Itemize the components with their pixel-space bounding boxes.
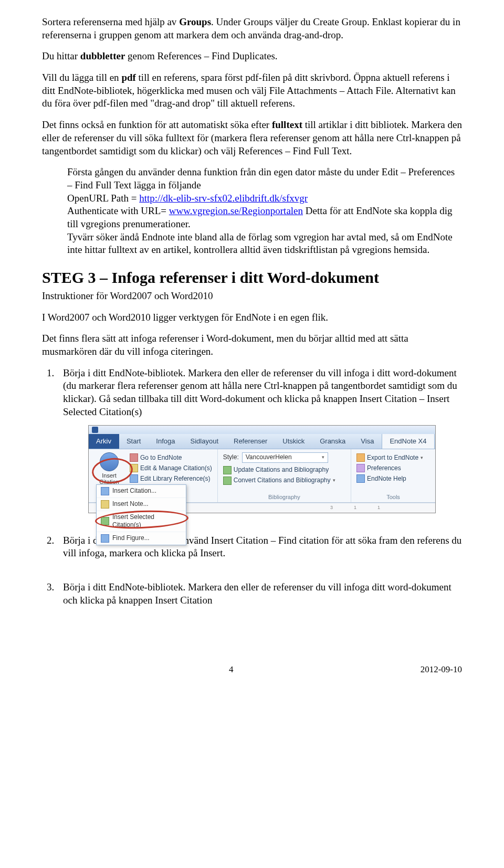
convert-citations[interactable]: Convert Citations and Bibliography ▾ xyxy=(223,475,345,486)
indent-block: Första gången du använder denna funktion… xyxy=(67,166,462,257)
paragraph-groups: Sortera referenserna med hjälp av Groups… xyxy=(42,16,462,41)
group-title-tools: Tools xyxy=(356,493,430,501)
insert-selected-icon xyxy=(101,517,109,525)
chevron-down-icon: ▾ xyxy=(333,478,335,484)
text: Du hittar xyxy=(42,50,80,61)
text: Det finns också en funktion för att auto… xyxy=(42,119,272,130)
indent-text-3: Authenticate with URL= www.vgregion.se/R… xyxy=(67,205,462,230)
text-bold: pdf xyxy=(121,72,135,83)
edit-icon xyxy=(130,464,138,472)
dd-insert-selected[interactable]: Insert Selected Citation(s) xyxy=(97,511,186,532)
word-icon xyxy=(92,427,98,433)
dd-find-figure[interactable]: Find Figure... xyxy=(97,532,186,545)
paragraph-insert-intro: Det finns flera sätt att infoga referens… xyxy=(42,332,462,358)
auth-url-link[interactable]: www.vgregion.se/Regionportalen xyxy=(169,205,303,216)
magnifier-icon xyxy=(101,487,109,495)
edit-library-refs[interactable]: Edit Library Reference(s) xyxy=(130,473,212,484)
update-citations[interactable]: Update Citations and Bibliography xyxy=(223,465,345,475)
footer-date: 2012-09-10 xyxy=(421,664,462,675)
preferences[interactable]: Preferences xyxy=(356,463,430,473)
tab-referenser[interactable]: Referenser xyxy=(226,434,275,449)
paragraph-word-tab: I Word2007 och Word2010 ligger verktygen… xyxy=(42,311,462,324)
tab-start[interactable]: Start xyxy=(119,434,149,449)
page-number: 4 xyxy=(229,664,234,675)
tab-infoga[interactable]: Infoga xyxy=(149,434,183,449)
ruler-mark: 1 xyxy=(354,505,356,511)
dd-insert-note[interactable]: Insert Note... xyxy=(97,498,186,511)
list-text: Börja i ditt EndNote-bibliotek. Markera … xyxy=(63,581,452,606)
subheading: Instruktioner för Word2007 och Word2010 xyxy=(42,290,462,303)
ribbon-group-tools: Export to EndNote ▾ Preferences EndNote … xyxy=(351,449,435,502)
go-to-endnote[interactable]: Go to EndNote xyxy=(130,452,212,463)
ruler-mark: 1 xyxy=(377,505,380,511)
ribbon-group-bibliography: Style: VancouverHelen ▾ Update Citations… xyxy=(218,449,351,502)
page-footer: 4 2012-09-10 xyxy=(0,633,504,685)
tab-utskick[interactable]: Utskick xyxy=(275,434,312,449)
text-bold: fulltext xyxy=(272,119,302,130)
edit-manage-citations[interactable]: Edit & Manage Citation(s) xyxy=(130,463,212,473)
magnifier-icon xyxy=(100,452,119,471)
group-title-bibliography: Bibliography xyxy=(223,493,345,501)
list-text: Börja i ditt EndNote-bibliotek. Markera … xyxy=(63,367,457,417)
style-value: VancouverHelen xyxy=(246,453,292,462)
ss-tabstrip: Arkiv Start Infoga Sidlayout Referenser … xyxy=(89,434,435,450)
tab-endnote[interactable]: EndNote X4 xyxy=(382,434,434,449)
tab-sidlayout[interactable]: Sidlayout xyxy=(183,434,226,449)
text-bold: Groups xyxy=(179,16,211,27)
tab-arkiv[interactable]: Arkiv xyxy=(89,434,119,449)
update-icon xyxy=(223,466,232,474)
chevron-down-icon: ▾ xyxy=(322,454,324,461)
tab-granska[interactable]: Granska xyxy=(312,434,353,449)
text: Authenticate with URL= xyxy=(67,205,169,216)
heading-step3: STEG 3 – Infoga referenser i ditt Word-d… xyxy=(42,267,462,288)
list-item-3: Börja i ditt EndNote-bibliotek. Markera … xyxy=(57,581,462,607)
note-icon xyxy=(101,500,109,509)
help-icon xyxy=(356,474,365,483)
openurl-link[interactable]: http://dk-elib-srv-sfx02.elibdrift.dk/sf… xyxy=(139,193,308,204)
insert-citation-label: Insert Citation xyxy=(94,472,124,485)
ruler-mark: 3 xyxy=(330,505,333,511)
gear-icon xyxy=(356,464,365,472)
word-ribbon-screenshot: Arkiv Start Infoga Sidlayout Referenser … xyxy=(88,425,436,513)
indent-text-1: Första gången du använder denna funktion… xyxy=(67,166,462,192)
endnote-help[interactable]: EndNote Help xyxy=(356,473,430,484)
ordered-list: Börja i ditt EndNote-bibliotek. Markera … xyxy=(57,367,462,607)
text: Vill du lägga till en xyxy=(42,72,121,83)
endnote-icon xyxy=(130,453,138,462)
chevron-down-icon: ▾ xyxy=(421,455,423,461)
style-label: Style: xyxy=(223,453,239,462)
library-icon xyxy=(130,474,138,483)
style-row: Style: VancouverHelen ▾ xyxy=(223,452,345,463)
text: genom References – Find Duplicates. xyxy=(125,50,277,61)
paragraph-fulltext: Det finns också en funktion för att auto… xyxy=(42,119,462,157)
figure-icon xyxy=(101,534,109,543)
style-dropdown[interactable]: VancouverHelen ▾ xyxy=(242,452,328,463)
insert-citation-dropdown: Insert Citation... Insert Note... Insert… xyxy=(96,484,186,545)
indent-text-4: Tyvärr söker ändå Endnote inte bland all… xyxy=(67,231,462,257)
text: Sortera referenserna med hjälp av xyxy=(42,16,179,27)
paragraph-duplicates: Du hittar dubbletter genom References – … xyxy=(42,50,462,63)
export-to-endnote[interactable]: Export to EndNote ▾ xyxy=(356,452,430,463)
indent-text-2: OpenURL Path = http://dk-elib-srv-sfx02.… xyxy=(67,192,462,205)
dd-insert-citation[interactable]: Insert Citation... xyxy=(97,485,186,498)
paragraph-pdf: Vill du lägga till en pdf till en refere… xyxy=(42,71,462,110)
convert-icon xyxy=(223,477,232,485)
list-item-1: Börja i ditt EndNote-bibliotek. Markera … xyxy=(57,367,462,513)
tab-visa[interactable]: Visa xyxy=(353,434,382,449)
page-content: Sortera referenserna med hjälp av Groups… xyxy=(0,0,504,633)
export-icon xyxy=(356,453,365,462)
text-bold: dubbletter xyxy=(80,50,125,61)
ss-titlebar xyxy=(89,426,435,434)
text: OpenURL Path = xyxy=(67,193,139,204)
